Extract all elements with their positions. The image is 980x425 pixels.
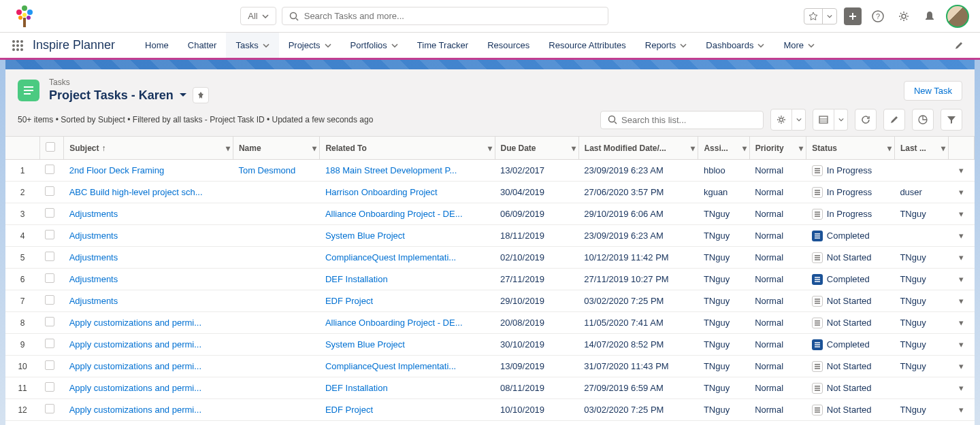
chevron-down-icon[interactable] bbox=[757, 44, 764, 48]
subject-link[interactable]: 2nd Floor Deck Framing bbox=[64, 160, 233, 182]
refresh-button[interactable] bbox=[855, 109, 877, 131]
nav-item-chatter[interactable]: Chatter bbox=[178, 33, 227, 58]
search-scope-selector[interactable]: All bbox=[240, 7, 276, 25]
subject-link[interactable]: Adjustments bbox=[64, 247, 233, 269]
row-checkbox-cell[interactable] bbox=[39, 356, 64, 377]
related-link[interactable]: Harrison Onboarding Project bbox=[320, 182, 495, 203]
row-action-menu[interactable]: ▾ bbox=[949, 225, 975, 247]
related-link[interactable]: Alliance Onboarding Project - DE... bbox=[320, 203, 495, 225]
row-checkbox-cell[interactable] bbox=[39, 399, 64, 421]
subject-link[interactable]: Apply customizations and permi... bbox=[64, 399, 233, 421]
chevron-down-icon[interactable]: ▾ bbox=[799, 143, 803, 153]
row-checkbox-cell[interactable] bbox=[39, 421, 64, 426]
subject-link[interactable]: Adjustments bbox=[64, 225, 233, 247]
row-checkbox[interactable] bbox=[45, 295, 54, 305]
row-checkbox[interactable] bbox=[45, 230, 54, 239]
subject-link[interactable]: Adjustments bbox=[64, 203, 233, 225]
row-action-menu[interactable]: ▾ bbox=[949, 312, 975, 334]
related-link[interactable]: Alliance Onboarding Project - DE... bbox=[320, 312, 495, 334]
chevron-down-icon[interactable] bbox=[680, 44, 687, 48]
chevron-down-icon[interactable] bbox=[391, 44, 398, 48]
row-checkbox-cell[interactable] bbox=[39, 182, 64, 203]
nav-item-more[interactable]: More bbox=[774, 33, 824, 58]
chevron-down-icon[interactable] bbox=[325, 44, 331, 48]
row-checkbox[interactable] bbox=[45, 404, 54, 413]
list-view-dropdown[interactable] bbox=[179, 92, 187, 98]
chevron-down-icon[interactable]: ▾ bbox=[941, 143, 945, 153]
row-checkbox[interactable] bbox=[45, 339, 54, 348]
column-related[interactable]: Related To▾ bbox=[320, 137, 495, 160]
list-search-input[interactable] bbox=[621, 115, 756, 125]
chevron-down-icon[interactable]: ▾ bbox=[742, 143, 747, 153]
chevron-down-icon[interactable] bbox=[823, 9, 836, 24]
row-checkbox[interactable] bbox=[45, 252, 54, 261]
nav-item-time-tracker[interactable]: Time Tracker bbox=[408, 33, 478, 58]
chevron-down-icon[interactable]: ▾ bbox=[488, 143, 492, 153]
row-checkbox-cell[interactable] bbox=[39, 377, 64, 399]
subject-link[interactable]: Apply customizations and permi... bbox=[64, 377, 233, 399]
new-task-button[interactable]: New Task bbox=[904, 81, 962, 101]
inline-edit-button[interactable] bbox=[883, 109, 905, 131]
row-action-menu[interactable]: ▾ bbox=[949, 203, 975, 225]
nav-item-portfolios[interactable]: Portfolios bbox=[341, 33, 408, 58]
column-checkbox[interactable] bbox=[39, 137, 64, 160]
related-link[interactable]: System Blue Project bbox=[320, 334, 495, 356]
display-as-button[interactable] bbox=[813, 109, 834, 131]
row-action-menu[interactable]: ▾ bbox=[949, 290, 975, 312]
notifications-button[interactable] bbox=[920, 7, 939, 26]
select-all-checkbox[interactable] bbox=[46, 142, 55, 152]
edit-nav-button[interactable] bbox=[949, 33, 969, 58]
row-action-menu[interactable]: ▾ bbox=[949, 356, 975, 377]
column-due-date[interactable]: Due Date▾ bbox=[495, 137, 578, 160]
subject-link[interactable]: Approve project timeline bbox=[64, 421, 233, 426]
subject-link[interactable]: ABC Build high-level project sch... bbox=[64, 182, 233, 203]
row-action-menu[interactable]: ▾ bbox=[949, 160, 975, 182]
row-checkbox[interactable] bbox=[45, 317, 54, 326]
row-checkbox-cell[interactable] bbox=[39, 269, 64, 290]
related-link[interactable]: EDF Project bbox=[320, 290, 495, 312]
list-search[interactable] bbox=[600, 111, 764, 129]
related-link[interactable]: Copy and Paste Test bbox=[320, 421, 495, 426]
related-link[interactable]: System Blue Project bbox=[320, 225, 495, 247]
nav-item-reports[interactable]: Reports bbox=[636, 33, 697, 58]
chevron-down-icon[interactable]: ▾ bbox=[226, 143, 230, 153]
row-checkbox-cell[interactable] bbox=[39, 160, 64, 182]
column-status[interactable]: Status▾ bbox=[806, 137, 895, 160]
related-link[interactable]: DEF Installation bbox=[320, 269, 495, 290]
chevron-down-icon[interactable]: ▾ bbox=[691, 143, 695, 153]
row-action-menu[interactable]: ▾ bbox=[949, 377, 975, 399]
favorites-split-button[interactable] bbox=[804, 8, 837, 24]
row-checkbox[interactable] bbox=[45, 208, 54, 218]
nav-item-resources[interactable]: Resources bbox=[478, 33, 539, 58]
nav-item-resource-attributes[interactable]: Resource Attributes bbox=[539, 33, 635, 58]
help-button[interactable]: ? bbox=[868, 7, 887, 26]
chevron-down-icon[interactable] bbox=[263, 44, 270, 48]
chevron-down-icon[interactable]: ▾ bbox=[887, 143, 892, 153]
column-name[interactable]: Name▾ bbox=[233, 137, 320, 160]
subject-link[interactable]: Apply customizations and permi... bbox=[64, 356, 233, 377]
app-launcher[interactable] bbox=[11, 33, 24, 58]
row-action-menu[interactable]: ▾ bbox=[949, 334, 975, 356]
subject-link[interactable]: Apply customizations and permi... bbox=[64, 312, 233, 334]
row-checkbox-cell[interactable] bbox=[39, 334, 64, 356]
related-link[interactable]: 188 Main Street Development P... bbox=[320, 160, 495, 182]
nav-item-dashboards[interactable]: Dashboards bbox=[696, 33, 774, 58]
chevron-down-icon[interactable] bbox=[808, 44, 815, 48]
nav-item-home[interactable]: Home bbox=[135, 33, 178, 58]
related-link[interactable]: DEF Installation bbox=[320, 377, 495, 399]
related-link[interactable]: EDF Project bbox=[320, 399, 495, 421]
setup-button[interactable] bbox=[894, 7, 913, 26]
row-checkbox-cell[interactable] bbox=[39, 247, 64, 269]
name-cell[interactable]: Howard Jones bbox=[233, 421, 320, 426]
global-search-input[interactable] bbox=[304, 11, 601, 21]
column-modified[interactable]: Last Modified Date/...▾ bbox=[578, 137, 698, 160]
user-avatar[interactable] bbox=[946, 5, 969, 28]
list-controls-menu[interactable] bbox=[792, 109, 806, 131]
row-checkbox[interactable] bbox=[45, 382, 54, 392]
row-checkbox[interactable] bbox=[45, 360, 54, 370]
global-search[interactable] bbox=[282, 7, 608, 25]
row-action-menu[interactable]: ▾ bbox=[949, 182, 975, 203]
column-assigned[interactable]: Assi...▾ bbox=[698, 137, 749, 160]
row-checkbox-cell[interactable] bbox=[39, 290, 64, 312]
global-create-button[interactable] bbox=[844, 7, 862, 25]
